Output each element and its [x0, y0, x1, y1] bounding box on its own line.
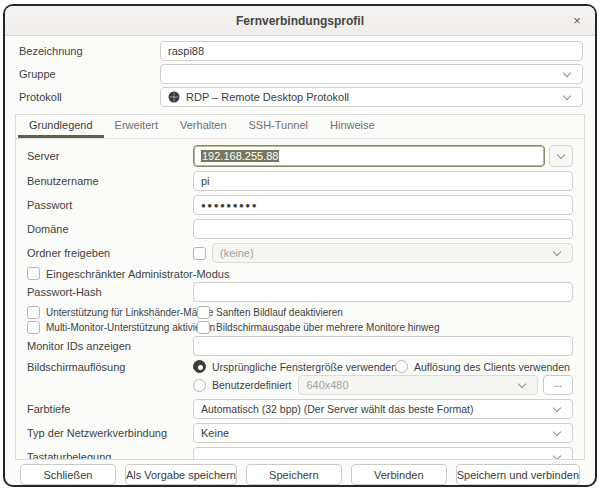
passwort-input[interactable]: ●●●●●●●●● [193, 195, 573, 215]
rdp-protocol-icon [168, 91, 180, 103]
bildschirmausgabe-label: Bildschirmausgabe über mehrere Monitore … [216, 322, 439, 333]
chevron-down-icon [549, 432, 565, 435]
benutzername-label: Benutzername [27, 175, 193, 187]
bezeichnung-value: raspi88 [168, 45, 204, 57]
tab-verhalten[interactable]: Verhalten [169, 115, 237, 138]
radio-benutzerdefiniert[interactable] [193, 379, 206, 392]
tab-hinweise[interactable]: Hinweise [319, 115, 386, 138]
multi-monitor-checkbox[interactable] [27, 321, 40, 334]
domaene-label: Domäne [27, 223, 193, 235]
chevron-down-icon [549, 252, 565, 255]
domaene-input[interactable] [193, 219, 573, 239]
multi-monitor-label: Multi-Monitor-Unterstützung aktivieren [46, 322, 215, 333]
tastatur-label: Tastaturbelegung [27, 451, 193, 459]
resolution-more-button[interactable]: ... [543, 375, 573, 395]
protokoll-select[interactable]: RDP – Remote Desktop Protokoll [160, 87, 583, 107]
bezeichnung-label: Bezeichnung [19, 45, 160, 57]
chevron-down-icon[interactable] [559, 96, 575, 99]
aufloesung-radios-row: Bildschirmauflösung Ursprüngliche Fenste… [27, 360, 573, 373]
speichern-button[interactable]: Speichern [246, 464, 342, 485]
netzwerk-select[interactable]: Keine [193, 423, 573, 443]
settings-notebook: Grundlegend Erweitert Verhalten SSH-Tunn… [15, 114, 585, 460]
benutzername-input[interactable]: pi [193, 171, 573, 191]
server-input[interactable]: 192.168.255.88 [193, 145, 545, 167]
custom-resolution-select[interactable]: 640x480 [298, 375, 538, 395]
tab-bar: Grundlegend Erweitert Verhalten SSH-Tunn… [16, 115, 584, 139]
farbtiefe-row: Farbtiefe Automatisch (32 bpp) (Der Serv… [27, 399, 573, 419]
tab-ssh-tunnel[interactable]: SSH-Tunnel [238, 115, 320, 138]
ordner-freigeben-value: (keine) [220, 247, 549, 259]
bezeichnung-input[interactable]: raspi88 [160, 41, 583, 61]
monitor-ids-input[interactable] [193, 336, 573, 356]
gruppe-combo-input[interactable] [160, 64, 583, 84]
monitor-ids-label: Monitor IDs anzeigen [27, 340, 193, 352]
close-icon[interactable]: × [568, 12, 586, 30]
tab-erweitert[interactable]: Erweitert [104, 115, 169, 138]
tab-grundlegend[interactable]: Grundlegend [18, 115, 104, 138]
ordner-freigeben-label: Ordner freigeben [27, 247, 193, 259]
dialog-action-bar: Schließen Als Vorgabe speichern Speicher… [5, 460, 595, 485]
radio-fenstergroesse[interactable] [193, 360, 206, 373]
radio-fenstergroesse-label: Ursprüngliche Fenstergröße verwenden [212, 361, 397, 373]
speichern-und-verbinden-button[interactable]: Speichern und verbinden [456, 464, 580, 485]
checkbox-row-1: Unterstützung für Linkshänder-Mäuse Sanf… [27, 306, 573, 319]
radio-client-aufloesung-label: Auflösung des Clients verwenden [414, 361, 570, 373]
bildlauf-label: Sanften Bildlauf deaktivieren [216, 307, 343, 318]
netzwerk-row: Typ der Netzwerkverbindung Keine [27, 423, 573, 443]
chevron-down-icon [549, 408, 565, 411]
aufloesung-label: Bildschirmauflösung [27, 361, 193, 373]
radio-benutzerdefiniert-label: Benutzerdefiniert [212, 379, 291, 391]
server-row: Server 192.168.255.88 [27, 145, 573, 167]
protokoll-value: RDP – Remote Desktop Protokoll [186, 91, 559, 103]
server-history-dropdown[interactable] [549, 145, 573, 167]
radio-client-aufloesung[interactable] [395, 360, 408, 373]
admin-modus-row: Eingeschränkter Administrator-Modus [27, 267, 573, 280]
window-frame: Fernverbindungsprofil × Bezeichnung rasp… [3, 4, 597, 487]
bezeichnung-row: Bezeichnung raspi88 [19, 41, 583, 61]
verbinden-button[interactable]: Verbinden [351, 464, 447, 485]
titlebar[interactable]: Fernverbindungsprofil × [5, 6, 595, 36]
tastatur-select[interactable] [193, 447, 573, 459]
chevron-down-icon[interactable] [559, 73, 575, 76]
admin-modus-checkbox[interactable] [27, 267, 40, 280]
protokoll-label: Protokoll [19, 91, 160, 103]
passwort-masked-value: ●●●●●●●●● [201, 201, 258, 210]
passwort-hash-row: Passwort-Hash [27, 282, 573, 302]
passwort-hash-label: Passwort-Hash [27, 286, 193, 298]
ordner-freigeben-row: Ordner freigeben (keine) [27, 243, 573, 263]
farbtiefe-value: Automatisch (32 bpp) (Der Server wählt d… [201, 403, 549, 415]
linkshaender-label: Unterstützung für Linkshänder-Mäuse [46, 307, 213, 318]
profile-header-form: Bezeichnung raspi88 Gruppe Protokoll [5, 36, 595, 110]
passwort-label: Passwort [27, 199, 193, 211]
protokoll-row: Protokoll RDP – Remote Desktop Protokoll [19, 87, 583, 107]
schliessen-button[interactable]: Schließen [20, 464, 116, 485]
server-label: Server [27, 150, 193, 162]
linkshaender-checkbox[interactable] [27, 306, 40, 319]
farbtiefe-select[interactable]: Automatisch (32 bpp) (Der Server wählt d… [193, 399, 573, 419]
als-vorgabe-speichern-button[interactable]: Als Vorgabe speichern [125, 464, 237, 485]
ordner-freigeben-checkbox[interactable] [193, 247, 206, 260]
custom-resolution-value: 640x480 [306, 379, 514, 391]
farbtiefe-label: Farbtiefe [27, 403, 193, 415]
ordner-freigeben-select[interactable]: (keine) [212, 243, 573, 263]
window-title: Fernverbindungsprofil [5, 14, 595, 28]
tab-content-grundlegend: Server 192.168.255.88 Benutzername pi [16, 139, 584, 459]
domaene-row: Domäne [27, 219, 573, 239]
connection-profile-dialog: Fernverbindungsprofil × Bezeichnung rasp… [5, 6, 595, 485]
chevron-down-icon [514, 384, 530, 387]
benutzername-row: Benutzername pi [27, 171, 573, 191]
chevron-down-icon [553, 155, 569, 158]
netzwerk-value: Keine [201, 427, 549, 439]
passwort-row: Passwort ●●●●●●●●● [27, 195, 573, 215]
bildschirmausgabe-checkbox[interactable] [197, 321, 210, 334]
server-value-selected: 192.168.255.88 [201, 150, 279, 162]
admin-modus-label: Eingeschränkter Administrator-Modus [46, 268, 229, 280]
gruppe-row: Gruppe [19, 64, 583, 84]
checkbox-row-2: Multi-Monitor-Unterstützung aktivieren B… [27, 321, 573, 334]
passwort-hash-input[interactable] [193, 282, 573, 302]
netzwerk-label: Typ der Netzwerkverbindung [27, 427, 193, 439]
bildlauf-checkbox[interactable] [197, 306, 210, 319]
benutzerdefiniert-row: Benutzerdefiniert 640x480 ... [27, 375, 573, 395]
gruppe-label: Gruppe [19, 68, 160, 80]
monitor-ids-row: Monitor IDs anzeigen [27, 336, 573, 356]
